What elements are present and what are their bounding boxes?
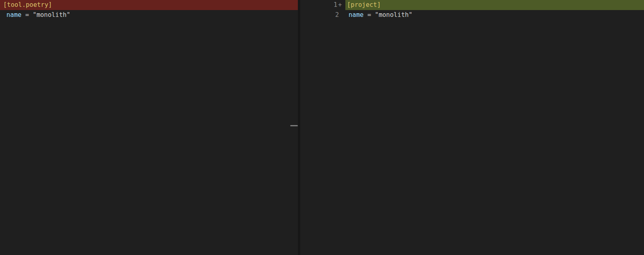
original-editor-pane[interactable]: [tool.poetry]name = "monolith"descriptio… — [0, 0, 298, 255]
line-number: 1 — [300, 0, 337, 10]
diff-line[interactable]: 1+[project] — [300, 0, 644, 10]
token-section: [project] — [347, 1, 381, 8]
token-key: name — [6, 11, 21, 19]
token-punct: = — [21, 11, 33, 19]
diff-line[interactable]: [tool.poetry] — [0, 0, 298, 10]
code-line-content: name = "monolith" — [3, 10, 298, 255]
token-key: name — [349, 11, 363, 19]
token-string: "monolith" — [33, 11, 70, 19]
diff-line[interactable]: name = "monolith" — [0, 10, 298, 255]
line-number-gutter[interactable]: 2 — [302, 10, 347, 255]
modified-editor-pane[interactable]: 1+[project]2name = "monolith"3descriptio… — [300, 0, 644, 255]
diff-marker — [339, 10, 347, 255]
code-line-content: [project] — [345, 0, 644, 10]
diff-marker: + — [337, 0, 345, 10]
token-punct: = — [363, 11, 375, 19]
code-line-content: [tool.poetry] — [0, 0, 298, 10]
line-number: 2 — [302, 10, 339, 255]
line-number-gutter[interactable]: 1+ — [300, 0, 345, 10]
token-string: "monolith" — [375, 11, 412, 19]
code-line-content: name = "monolith" — [347, 10, 644, 255]
diff-editor: [tool.poetry]name = "monolith"descriptio… — [0, 0, 644, 255]
pane-divider-handle[interactable] — [290, 125, 298, 126]
token-section: [tool.poetry] — [3, 1, 52, 8]
diff-line[interactable]: 2name = "monolith" — [300, 10, 644, 255]
